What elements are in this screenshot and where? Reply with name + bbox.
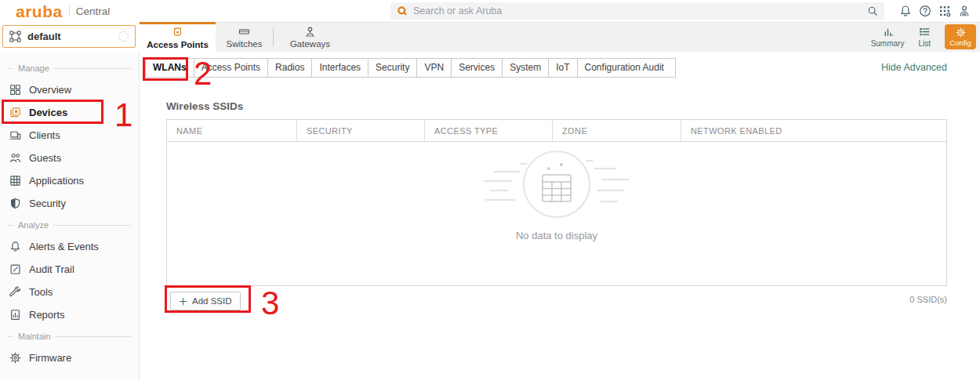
gateway-icon: [304, 26, 316, 38]
config-button[interactable]: Config: [945, 24, 976, 49]
reports-icon: [9, 309, 21, 321]
column-header-security: SECURITY: [296, 120, 424, 141]
add-ssid-label: Add SSID: [192, 296, 232, 306]
apps-icon[interactable]: [938, 5, 951, 17]
sidebar-item-label: Firmware: [29, 352, 71, 364]
tab-gateways[interactable]: Gateways: [274, 22, 347, 52]
sidebar-item-firmware[interactable]: Firmware: [0, 347, 139, 369]
tab-label: Switches: [226, 39, 262, 49]
product-name: Central: [76, 5, 111, 17]
access-point-icon: [172, 27, 183, 38]
empty-state: No data to display: [167, 145, 946, 241]
aruba-logo: aruba: [16, 3, 63, 20]
sidebar: Manage Overview Devices Clients Guests A…: [0, 52, 140, 381]
search-icon[interactable]: [867, 5, 878, 16]
subtab-services[interactable]: Services: [452, 59, 503, 77]
sidebar-item-label: Audit Trail: [29, 263, 74, 275]
user-icon[interactable]: [958, 5, 971, 17]
summary-bars-icon: [882, 26, 894, 38]
subtab-interfaces[interactable]: Interfaces: [312, 59, 368, 77]
summary-label: Summary: [871, 39, 905, 48]
sidebar-item-label: Alerts & Events: [29, 241, 99, 252]
bell-icon: [9, 241, 21, 252]
list-label: List: [918, 39, 931, 48]
sidebar-section-maintain: Maintain: [0, 326, 139, 347]
ssid-count: 0 SSID(s): [909, 295, 947, 304]
subtab-radios[interactable]: Radios: [268, 59, 312, 77]
column-header-zone: ZONE: [552, 120, 681, 141]
sidebar-section-analyze: Analyze: [0, 215, 139, 235]
page-title: Wireless SSIDs: [166, 100, 243, 112]
sidebar-item-applications[interactable]: Applications: [0, 169, 139, 192]
column-header-access-type: ACCESS TYPE: [424, 120, 552, 141]
bell-icon[interactable]: [899, 5, 912, 17]
empty-state-text: No data to display: [516, 230, 597, 241]
sidebar-item-audit-trail[interactable]: Audit Trail: [0, 258, 139, 281]
sidebar-section-manage: Manage: [0, 58, 139, 78]
aruba-mark-icon: [397, 5, 408, 16]
summary-button[interactable]: Summary: [871, 26, 905, 48]
brand: aruba Central: [16, 0, 110, 22]
sidebar-item-label: Devices: [29, 107, 67, 118]
security-shield-icon: [9, 198, 21, 209]
view-actions: Summary List Config: [871, 22, 976, 52]
sidebar-item-guests[interactable]: Guests: [0, 147, 139, 169]
group-selector[interactable]: default: [2, 25, 136, 48]
sidebar-item-alerts-events[interactable]: Alerts & Events: [0, 235, 139, 258]
clients-icon: [9, 129, 21, 141]
subtab-wlans[interactable]: WLANs: [146, 59, 194, 77]
subtab-iot[interactable]: IoT: [549, 59, 577, 77]
tab-switches[interactable]: Switches: [216, 22, 273, 52]
overview-icon: [9, 84, 21, 96]
subtab-system[interactable]: System: [503, 59, 549, 77]
sidebar-item-label: Overview: [29, 84, 71, 96]
list-icon: [919, 26, 931, 38]
sidebar-item-devices[interactable]: Devices: [0, 101, 139, 124]
top-bar: aruba Central: [0, 0, 980, 22]
help-icon[interactable]: [919, 5, 931, 17]
tab-access-points[interactable]: Access Points: [140, 22, 216, 52]
device-tabs: Access Points Switches Gateways: [140, 22, 347, 52]
group-selector-label: default: [27, 31, 112, 42]
global-search[interactable]: [390, 2, 884, 20]
sidebar-item-label: Tools: [29, 286, 53, 298]
subtab-security[interactable]: Security: [368, 59, 417, 77]
sidebar-item-tools[interactable]: Tools: [0, 281, 139, 303]
subtab-vpn[interactable]: VPN: [417, 59, 452, 77]
device-tab-row: default Access Points Switches Gateways …: [0, 22, 980, 52]
hide-advanced-link[interactable]: Hide Advanced: [881, 62, 947, 73]
list-button[interactable]: List: [918, 26, 931, 48]
sidebar-item-overview[interactable]: Overview: [0, 78, 139, 101]
table-header-row: NAME SECURITY ACCESS TYPE ZONE NETWORK E…: [167, 120, 946, 142]
top-icon-group: [899, 5, 971, 17]
sidebar-item-reports[interactable]: Reports: [0, 303, 139, 326]
sidebar-item-label: Clients: [29, 129, 60, 141]
empty-table-icon: [463, 145, 651, 227]
logo-divider: [69, 5, 70, 17]
subtab-access-points[interactable]: Access Points: [194, 59, 268, 77]
guests-icon: [9, 152, 21, 164]
annotation-number-3: 3: [261, 287, 279, 320]
ssid-table: NAME SECURITY ACCESS TYPE ZONE NETWORK E…: [166, 119, 947, 286]
search-input[interactable]: [413, 5, 862, 16]
loading-spinner-icon: [118, 31, 129, 42]
sidebar-item-label: Security: [29, 198, 66, 209]
add-ssid-button[interactable]: Add SSID: [170, 292, 241, 310]
sidebar-item-security[interactable]: Security: [0, 192, 139, 215]
column-header-network-enabled: NETWORK ENABLED: [681, 120, 946, 141]
switch-icon: [238, 26, 250, 38]
sidebar-item-clients[interactable]: Clients: [0, 124, 139, 147]
column-header-name: NAME: [167, 120, 296, 141]
tab-label: Access Points: [147, 40, 209, 49]
plus-icon: [179, 297, 187, 306]
aruba-central-app: aruba Central default Access Points: [0, 0, 980, 381]
firmware-gear-icon: [9, 352, 21, 364]
gear-icon: [956, 27, 966, 38]
applications-icon: [9, 175, 21, 187]
config-label: Config: [949, 38, 971, 47]
sidebar-item-label: Guests: [29, 152, 61, 164]
sidebar-item-label: Reports: [29, 309, 65, 321]
tab-label: Gateways: [290, 39, 330, 49]
subtab-configuration-audit[interactable]: Configuration Audit: [578, 59, 675, 77]
main-content: WLANs Access Points Radios Interfaces Se…: [140, 52, 980, 381]
